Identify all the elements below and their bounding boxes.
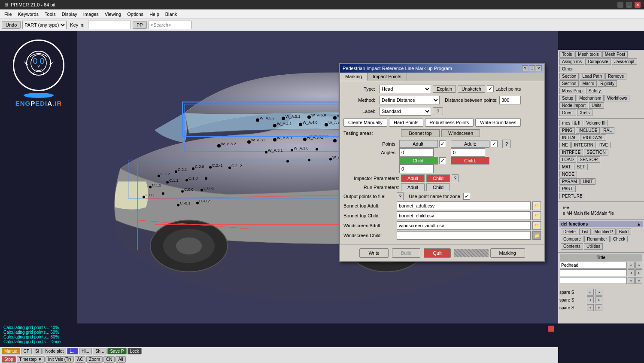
sh-button[interactable]: Sh... — [93, 348, 107, 354]
build-button[interactable]: Build — [392, 248, 420, 258]
dialog-minimize[interactable]: ? — [522, 65, 528, 71]
write-button[interactable]: Write — [359, 248, 388, 258]
stop-button[interactable]: Stop — [2, 356, 16, 363]
quit-button[interactable]: Quit — [424, 248, 450, 258]
title-arrow-6[interactable]: > — [635, 277, 642, 284]
impactor-question-button[interactable]: ? — [452, 174, 459, 182]
maximize-button[interactable]: □ — [626, 2, 632, 8]
section-btn-2[interactable]: Section — [559, 80, 579, 87]
manua-button[interactable]: Manua — [2, 348, 20, 354]
build-model-button[interactable]: Build — [617, 229, 631, 235]
window-controls[interactable]: ─ □ ✕ — [617, 2, 641, 8]
section-btn-1[interactable]: Section — [559, 73, 579, 79]
utilities-button[interactable]: Utilities — [584, 243, 603, 250]
rve-button[interactable]: RVE — [597, 142, 611, 148]
search-input[interactable] — [149, 21, 191, 29]
sensor-button[interactable]: SENSOR — [577, 156, 600, 163]
ac-button[interactable]: AC — [75, 356, 86, 363]
minimize-button[interactable]: ─ — [617, 2, 623, 8]
load-path-button[interactable]: Load Path — [580, 73, 605, 79]
tree-item-m4[interactable]: e M4:Main file M5:Main file — [561, 210, 641, 216]
distance-input[interactable] — [499, 96, 521, 104]
mat-button[interactable]: MAT — [559, 164, 573, 170]
key-in-input[interactable] — [88, 21, 131, 29]
orient-button[interactable]: Orient — [559, 110, 576, 116]
initial-button[interactable]: INITIAL — [559, 134, 579, 141]
run-adult-button[interactable]: Adult — [401, 183, 425, 191]
write-boundaries-button[interactable]: Write Boundaries — [475, 118, 521, 127]
macro-button[interactable]: Macro — [580, 80, 597, 87]
rigidify-button[interactable]: Rigidify — [598, 80, 617, 87]
node-button[interactable]: NODE — [559, 171, 577, 177]
menu-images[interactable]: Images — [81, 11, 101, 18]
bonnet-adult-input[interactable] — [397, 201, 531, 210]
windscreen-adult-input[interactable] — [397, 221, 531, 230]
hl-button[interactable]: Hl... — [79, 348, 92, 354]
ral-button[interactable]: RAL — [601, 127, 614, 134]
load-button[interactable]: LOAD — [559, 156, 576, 163]
tools-button[interactable]: Tools — [559, 51, 574, 58]
bonnet-child-input[interactable] — [397, 211, 531, 220]
renumber-button[interactable]: Renumber — [584, 236, 610, 242]
ct-button[interactable]: CT — [21, 348, 32, 354]
all-button[interactable]: All — [115, 356, 125, 363]
xrefs-button[interactable]: Xrefs — [577, 110, 592, 116]
dialog-maximize[interactable]: □ — [529, 65, 535, 71]
menu-blank[interactable]: Blank — [163, 11, 180, 18]
title-arrow-5[interactable]: < — [628, 277, 635, 284]
perturb-button[interactable]: PERTURB — [559, 193, 585, 199]
tab-impact-points[interactable]: Impact Points — [368, 73, 407, 81]
spare-arrow-5[interactable]: < — [587, 304, 594, 311]
child-angle-input[interactable] — [399, 165, 434, 173]
run-child-button[interactable]: Child — [426, 183, 450, 191]
menu-options[interactable]: Options — [125, 11, 146, 18]
label-question-button[interactable]: ? — [433, 107, 443, 115]
dialog-window-controls[interactable]: ? □ ✕ — [522, 65, 542, 71]
workflows-button[interactable]: Workflows — [605, 95, 629, 101]
title-input-3[interactable] — [560, 277, 627, 284]
compare-button[interactable]: Compare — [561, 236, 583, 242]
spare-arrow-3[interactable]: < — [587, 296, 594, 303]
method-select[interactable]: Define Distance — [380, 96, 440, 104]
menu-display[interactable]: Display — [59, 11, 80, 18]
menu-help[interactable]: Help — [147, 11, 162, 18]
frames-button[interactable]: rnes I & II — [559, 120, 583, 126]
adult-button-1[interactable]: Adult: — [399, 140, 438, 148]
bonnet-adult-folder-button[interactable]: 📁 — [532, 201, 541, 210]
rigidwal-button[interactable]: RIGIDWAL — [580, 134, 606, 141]
windscreen-child-folder-button[interactable]: 📁 — [532, 231, 541, 240]
menu-viewing[interactable]: Viewing — [102, 11, 124, 18]
section-btn-3[interactable]: SECTION — [584, 149, 608, 156]
child-check-1[interactable]: ✓ — [439, 157, 446, 164]
spare-arrow-4[interactable]: > — [595, 296, 602, 303]
assign-ms-button[interactable]: Assign ms — [559, 58, 584, 65]
title-arrow-3[interactable]: < — [628, 269, 635, 276]
save-p-button[interactable]: Save P — [107, 348, 126, 354]
windscreen-adult-folder-button[interactable]: 📁 — [532, 221, 541, 230]
create-manually-button[interactable]: Create Manually — [343, 118, 387, 127]
dialog-close[interactable]: ✕ — [536, 65, 542, 71]
tab-marking[interactable]: Marking — [340, 73, 368, 81]
delete-button[interactable]: Delete — [561, 229, 578, 235]
robustness-points-button[interactable]: Robustness Points — [425, 118, 474, 127]
composite-button[interactable]: Composite — [585, 58, 611, 65]
label-select[interactable]: Standard — [380, 107, 431, 116]
angle-input-1[interactable] — [399, 148, 434, 157]
volume-button[interactable]: Volume III — [584, 120, 608, 126]
spare-arrow-6[interactable]: > — [595, 304, 602, 311]
bonnet-child-folder-button[interactable]: 📁 — [532, 211, 541, 220]
undo-button[interactable]: Undo — [2, 21, 21, 29]
pp-button[interactable]: PP — [133, 21, 147, 29]
modified-button[interactable]: Modified? — [592, 229, 615, 235]
spare-arrow-1[interactable]: < — [587, 289, 594, 296]
list-button[interactable]: List — [579, 229, 591, 235]
node-import-button[interactable]: Node Import — [559, 102, 588, 109]
include-button[interactable]: INCLUDE — [576, 127, 600, 134]
menu-tools[interactable]: Tools — [42, 11, 58, 18]
safety-button[interactable]: Safety — [586, 88, 603, 94]
use-point-name-checkbox[interactable]: ✓ — [463, 193, 470, 200]
set-button[interactable]: SET — [574, 164, 587, 170]
title-arrow-1[interactable]: < — [628, 262, 635, 268]
mass-prop-button[interactable]: Mass Prop — [559, 88, 585, 94]
adult-check-2[interactable]: ✓ — [491, 140, 498, 147]
